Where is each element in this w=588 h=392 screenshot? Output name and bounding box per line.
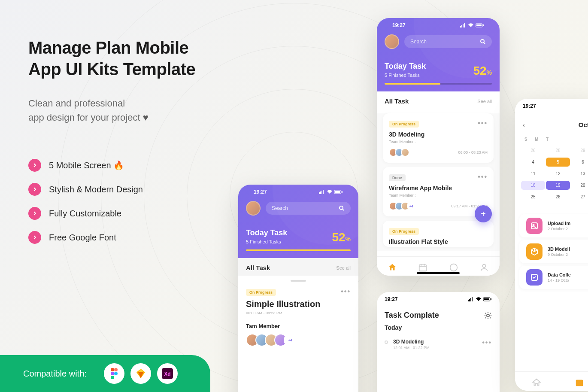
sketch-icon bbox=[130, 363, 151, 384]
pink-icon bbox=[526, 218, 543, 234]
svg-rect-13 bbox=[342, 191, 342, 193]
svg-rect-32 bbox=[491, 298, 491, 300]
team-avatars: +4 bbox=[246, 334, 351, 346]
phone-screen-3: 19:27 Task Complate Today 3D Modeling 12… bbox=[377, 292, 500, 392]
feature-item: 5 Mobile Screen 🔥 bbox=[28, 159, 243, 172]
compatibility-bar: Compatible with: Xd bbox=[0, 355, 210, 392]
avatar[interactable] bbox=[385, 34, 399, 49]
svg-rect-37 bbox=[576, 380, 583, 386]
svg-point-3 bbox=[114, 372, 118, 375]
feature-item: Free Google Font bbox=[28, 231, 243, 244]
more-icon[interactable]: ••• bbox=[341, 288, 351, 295]
svg-rect-29 bbox=[472, 297, 473, 301]
calendar-day[interactable]: 29 bbox=[571, 146, 588, 155]
svg-rect-31 bbox=[484, 298, 489, 300]
more-icon[interactable]: ••• bbox=[482, 339, 492, 346]
svg-rect-18 bbox=[464, 23, 465, 27]
calendar-day[interactable]: 28 bbox=[546, 146, 570, 155]
svg-rect-9 bbox=[321, 191, 322, 194]
status-time: 19:27 bbox=[392, 22, 406, 28]
calendar-grid: S M T bbox=[515, 133, 588, 146]
task-card[interactable]: On Progress ••• 3D Modeling Team Member … bbox=[383, 113, 494, 163]
svg-rect-26 bbox=[468, 300, 469, 301]
profile-icon[interactable] bbox=[479, 263, 489, 272]
main-title: Manage Plan Mobile App UI Kits Template bbox=[28, 37, 243, 80]
calendar-day[interactable]: 11 bbox=[521, 169, 545, 178]
svg-rect-21 bbox=[483, 24, 484, 26]
svg-point-4 bbox=[111, 376, 114, 379]
calendar-icon[interactable] bbox=[418, 263, 427, 272]
grabber[interactable] bbox=[291, 280, 306, 282]
svg-point-25 bbox=[483, 264, 486, 267]
avatar[interactable] bbox=[246, 201, 261, 216]
see-all-link[interactable]: See all bbox=[477, 99, 492, 104]
chat-icon[interactable] bbox=[449, 263, 458, 272]
task-card[interactable]: On Progress Illustration Flat Style bbox=[383, 221, 494, 247]
purple-icon bbox=[526, 269, 543, 286]
subtitle: Clean and professional app design for yo… bbox=[28, 96, 243, 125]
home-icon[interactable] bbox=[388, 263, 397, 272]
svg-point-0 bbox=[111, 368, 114, 371]
chevron-right-icon bbox=[28, 159, 41, 172]
svg-rect-16 bbox=[461, 25, 462, 27]
orange-icon bbox=[526, 243, 543, 260]
svg-text:Xd: Xd bbox=[164, 371, 170, 377]
svg-point-14 bbox=[339, 206, 343, 210]
timeline-item[interactable]: 3D Modeling 12:01 AM - 01:22 PM ••• bbox=[377, 334, 500, 355]
feature-item: Fully Customizable bbox=[28, 207, 243, 220]
svg-rect-10 bbox=[323, 190, 324, 194]
xd-icon: Xd bbox=[157, 363, 178, 384]
all-task-title: All Task bbox=[246, 264, 270, 271]
calendar-day[interactable]: 5 bbox=[546, 158, 570, 167]
home-indicator bbox=[417, 272, 460, 274]
feature-item: Stylish & Modern Design bbox=[28, 183, 243, 196]
calendar-day[interactable]: 25 bbox=[521, 192, 545, 201]
calendar-day[interactable]: 13 bbox=[571, 169, 588, 178]
timeline-dot-icon bbox=[385, 340, 388, 344]
calendar-day[interactable]: 6 bbox=[571, 158, 588, 167]
search-input[interactable]: Search bbox=[404, 35, 492, 48]
feature-list: 5 Mobile Screen 🔥 Stylish & Modern Desig… bbox=[28, 159, 243, 244]
status-icons bbox=[460, 23, 484, 27]
calendar-day[interactable]: 27 bbox=[571, 192, 588, 201]
prev-month-button[interactable]: ‹ bbox=[523, 122, 525, 128]
svg-point-2 bbox=[111, 372, 114, 375]
search-icon bbox=[480, 39, 486, 45]
svg-rect-8 bbox=[320, 191, 321, 194]
status-icons bbox=[319, 190, 343, 194]
phone-screen-2: 19:27 Search Today Task 5 Finished Tasks… bbox=[377, 18, 500, 276]
phone-screen-4: 19:27 20 ‹ Octo S M T 262829456111213181… bbox=[515, 99, 588, 391]
calendar-day[interactable]: 20 bbox=[571, 181, 588, 190]
home-icon[interactable] bbox=[532, 378, 541, 387]
progress-bar bbox=[246, 249, 351, 251]
calendar-day[interactable]: 18 bbox=[521, 181, 545, 190]
svg-rect-15 bbox=[460, 26, 461, 27]
svg-rect-17 bbox=[463, 24, 464, 27]
svg-rect-23 bbox=[419, 265, 427, 271]
calendar-day[interactable]: 26 bbox=[546, 192, 570, 201]
settings-icon[interactable] bbox=[484, 312, 492, 319]
svg-point-33 bbox=[487, 314, 489, 317]
svg-rect-20 bbox=[476, 24, 482, 26]
calendar-day[interactable]: 26 bbox=[521, 146, 545, 155]
more-icon[interactable]: ••• bbox=[478, 173, 488, 181]
more-icon[interactable]: ••• bbox=[478, 119, 488, 127]
today-task-title: Today Task bbox=[246, 228, 287, 237]
calendar-day[interactable]: 19 bbox=[546, 181, 570, 190]
svg-rect-7 bbox=[319, 192, 320, 194]
add-button[interactable]: + bbox=[475, 205, 492, 222]
upload-item[interactable]: Upload Im2 October 2 bbox=[519, 214, 588, 237]
search-input[interactable]: Search bbox=[266, 202, 351, 215]
status-time: 19:27 bbox=[385, 296, 398, 302]
calendar-icon[interactable] bbox=[575, 378, 584, 387]
phone-screen-1: 19:27 Search Today Task 5 Finished Tasks… bbox=[238, 185, 358, 392]
see-all-link[interactable]: See all bbox=[336, 265, 351, 270]
upload-item[interactable]: Data Colle14 - 19 Octo bbox=[519, 266, 588, 289]
bottom-nav bbox=[515, 371, 588, 391]
upload-item[interactable]: 3D Modeli9 October 2 bbox=[519, 240, 588, 263]
svg-point-22 bbox=[481, 40, 484, 43]
status-time: 19:27 bbox=[523, 103, 536, 109]
status-time: 19:27 bbox=[254, 189, 267, 195]
calendar-day[interactable]: 12 bbox=[546, 169, 570, 178]
calendar-day[interactable]: 4 bbox=[521, 158, 545, 167]
